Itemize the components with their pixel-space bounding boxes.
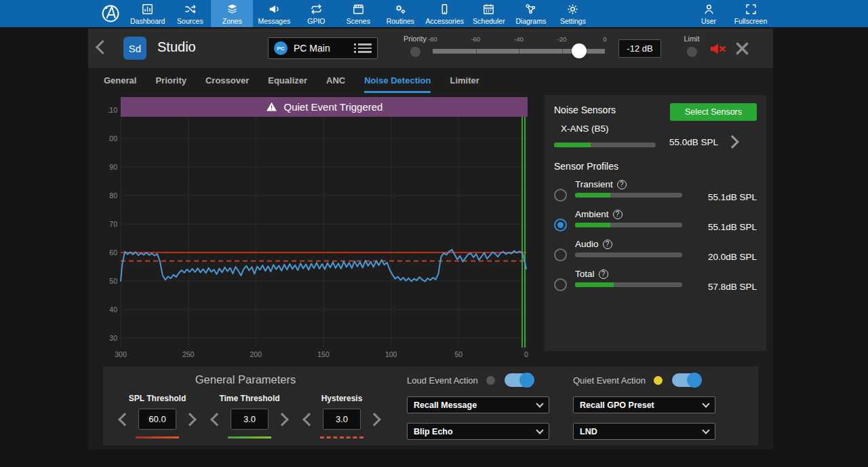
quiet-event-section: Quiet Event ActionRecall GPO PresetLND xyxy=(573,373,715,440)
nav-item-zones[interactable]: Zones xyxy=(211,0,253,27)
toggle-quiet-event-action[interactable] xyxy=(672,373,701,387)
chevron-down-icon xyxy=(536,426,543,434)
decrement-button[interactable] xyxy=(210,413,224,426)
diagrams-icon xyxy=(524,3,537,16)
help-icon[interactable]: ? xyxy=(613,210,623,219)
zones-icon xyxy=(226,3,239,16)
tab-crossover[interactable]: Crossover xyxy=(205,75,249,91)
dropdown-value: Recall GPO Preset xyxy=(580,400,654,410)
decrement-button[interactable] xyxy=(118,413,132,426)
radio-total[interactable] xyxy=(554,278,567,291)
select-sensors-button[interactable]: Select Sensors xyxy=(670,103,757,121)
tab-bar: GeneralPriorityCrossoverEqualizerANCNois… xyxy=(88,68,773,94)
loud-event-section: Loud Event ActionRecall MessageBlip Echo xyxy=(407,373,549,440)
nav-item-routines[interactable]: Routines xyxy=(379,0,421,27)
tab-priority[interactable]: Priority xyxy=(155,75,186,91)
steppers: SPL Threshold60.0Time Threshold3.0Hyster… xyxy=(111,394,388,438)
nav-right-items: UserFullscreen xyxy=(688,0,772,27)
nav-item-label: User xyxy=(701,17,716,25)
tab-general[interactable]: General xyxy=(104,75,136,91)
decrement-button[interactable] xyxy=(302,413,316,426)
noise-sensors-title: Noise Sensors xyxy=(554,103,616,115)
stepper-value[interactable]: 3.0 xyxy=(231,409,269,430)
noise-sensors-panel: Noise Sensors Select Sensors X-ANS (B5) … xyxy=(545,95,766,351)
chevron-right-icon[interactable] xyxy=(726,135,739,149)
dropdown-blip-echo[interactable]: Blip Echo xyxy=(407,423,549,440)
gain-slider[interactable]: -80-60-40-200 xyxy=(433,35,605,54)
profile-label: Ambient xyxy=(575,209,609,219)
nav-item-label: Sources xyxy=(177,17,203,25)
messages-icon xyxy=(268,3,281,16)
nav-item-settings[interactable]: Settings xyxy=(552,0,594,27)
svg-text:250: 250 xyxy=(182,350,195,358)
sensor-profiles-title: Sensor Profiles xyxy=(554,161,757,172)
limit-indicator: Limit xyxy=(677,35,707,57)
svg-text:30: 30 xyxy=(109,334,117,342)
threshold-color-key xyxy=(228,436,271,438)
sensor-level-value: 55.0dB SPL xyxy=(669,137,718,147)
mute-button[interactable] xyxy=(709,41,727,59)
sensor-profiles-list: Transient?55.1dB SPLAmbient?55.1dB SPLAu… xyxy=(554,179,757,291)
accessories-icon xyxy=(438,3,451,16)
profile-meter xyxy=(575,253,682,257)
general-parameters-title: General Parameters xyxy=(103,373,388,386)
tab-anc[interactable]: ANC xyxy=(326,75,345,91)
threshold-color-key xyxy=(320,436,363,438)
increment-button[interactable] xyxy=(183,413,197,426)
scenes-icon xyxy=(352,3,365,16)
nav-item-dashboard[interactable]: Dashboard xyxy=(126,0,169,27)
radio-ambient[interactable] xyxy=(554,219,567,231)
help-icon[interactable]: ? xyxy=(603,240,612,249)
user-icon xyxy=(703,3,715,16)
nav-item-user[interactable]: User xyxy=(688,0,730,27)
sensor-profile-total: Total?57.8dB SPL xyxy=(554,269,757,291)
nav-item-label: Scheduler xyxy=(473,17,505,25)
gain-value-box[interactable]: -12 dB xyxy=(618,39,661,58)
svg-text:300: 300 xyxy=(115,350,127,358)
radio-audio[interactable] xyxy=(554,248,567,261)
stepper-value[interactable]: 60.0 xyxy=(138,409,176,430)
nav-item-accessories[interactable]: Accessories xyxy=(421,0,468,27)
profile-value: 55.1dB SPL xyxy=(708,222,757,232)
close-button[interactable] xyxy=(736,42,749,58)
dashboard-icon xyxy=(141,3,154,16)
zone-window: Sd Studio PC PC Main Priority -80-60-40-… xyxy=(88,29,773,449)
increment-button[interactable] xyxy=(275,413,289,426)
nav-item-gpio[interactable]: GPIO xyxy=(295,0,337,27)
gain-track[interactable] xyxy=(433,49,605,54)
event-status-dot xyxy=(486,376,495,385)
source-select[interactable]: PC PC Main xyxy=(268,37,378,59)
nav-item-diagrams[interactable]: Diagrams xyxy=(510,0,552,27)
routines-icon xyxy=(394,3,407,16)
back-button[interactable] xyxy=(98,42,108,55)
chevron-down-icon xyxy=(536,400,543,407)
nav-item-fullscreen[interactable]: Fullscreen xyxy=(730,0,772,27)
nav-item-scenes[interactable]: Scenes xyxy=(337,0,379,27)
list-icon xyxy=(358,43,372,53)
nav-item-messages[interactable]: Messages xyxy=(253,0,295,27)
nav-item-scheduler[interactable]: Scheduler xyxy=(468,0,510,27)
profile-label: Total xyxy=(575,269,595,279)
help-icon[interactable]: ? xyxy=(617,180,627,189)
radio-transient[interactable] xyxy=(554,189,567,202)
event-action-label: Quiet Event Action xyxy=(573,375,646,386)
toggle-loud-event-action[interactable] xyxy=(505,373,533,387)
stepper-value[interactable]: 3.0 xyxy=(323,409,361,430)
spl-chart: 11010090807060504030300250200150100500 xyxy=(108,95,548,367)
dropdown-recall-gpo-preset[interactable]: Recall GPO Preset xyxy=(573,396,715,413)
event-status-dot xyxy=(654,376,663,385)
nav-item-sources[interactable]: Sources xyxy=(169,0,211,27)
dropdown-lnd[interactable]: LND xyxy=(573,423,715,440)
profile-meter xyxy=(575,193,682,198)
profile-value: 20.0dB SPL xyxy=(708,252,757,262)
tab-limiter[interactable]: Limiter xyxy=(450,75,479,91)
sensor-profile-transient: Transient?55.1dB SPL xyxy=(554,179,757,202)
dropdown-recall-message[interactable]: Recall Message xyxy=(407,396,549,413)
tab-noise-detection[interactable]: Noise Detection xyxy=(364,75,431,93)
increment-button[interactable] xyxy=(368,413,381,426)
atmosphere-logo-icon[interactable] xyxy=(95,0,126,27)
gain-handle[interactable] xyxy=(572,43,587,58)
sensor-profile-audio: Audio?20.0dB SPL xyxy=(554,239,757,261)
help-icon[interactable]: ? xyxy=(599,269,608,279)
tab-equalizer[interactable]: Equalizer xyxy=(268,75,307,91)
